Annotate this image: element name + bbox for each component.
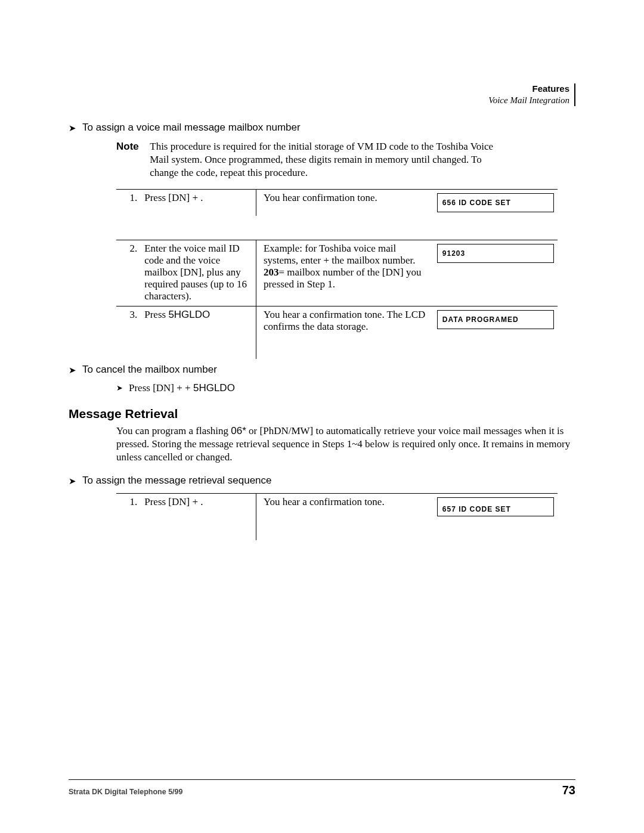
procedure-heading-assign-mailbox: ➤ To assign a voice mail message mailbox… (69, 122, 575, 134)
page-header: Features Voice Mail Integration (488, 83, 575, 106)
step-description: You hear a confirmation tone. The LCD co… (256, 306, 433, 336)
step-description: You hear a confirmation tone. (256, 493, 433, 520)
section-heading-message-retrieval: Message Retrieval (69, 407, 575, 421)
procedure-heading-assign-retrieval: ➤ To assign the message retrieval sequen… (69, 475, 575, 487)
header-subtitle: Voice Mail Integration (488, 95, 569, 106)
page-footer: Strata DK Digital Telephone 5/99 73 (69, 779, 575, 797)
step-instruction: Press [DN] + . (141, 493, 256, 520)
table-row: 1. Press [DN] + . You hear a confirmatio… (116, 493, 558, 520)
step-number: 1. (116, 493, 141, 520)
table-row: 2. Enter the voice mail ID code and the … (116, 240, 558, 306)
arrow-icon: ➤ (69, 122, 76, 134)
document-page: Features Voice Mail Integration ➤ To ass… (0, 0, 644, 833)
procedure-title: To assign a voice mail message mailbox n… (82, 122, 301, 134)
step-description: You hear confirmation tone. (256, 189, 433, 216)
page-number: 73 (562, 784, 575, 797)
step-description: Example: for Toshiba voice mail systems,… (256, 240, 433, 306)
header-features: Features (488, 83, 569, 95)
lcd-cell: DATA PROGRAMED (434, 306, 558, 336)
triangle-icon: ➤ (116, 382, 123, 395)
procedure-heading-cancel-mailbox: ➤ To cancel the mailbox number (69, 364, 575, 376)
steps-table-1: 1. Press [DN] + . You hear confirmation … (116, 189, 558, 359)
procedure-title: To cancel the mailbox number (82, 364, 217, 376)
table-row: 1. Press [DN] + . You hear confirmation … (116, 189, 558, 216)
step-number: 2. (116, 240, 141, 306)
note-label: Note (116, 140, 147, 153)
lcd-display: 91203 (437, 244, 554, 263)
table-row: 3. Press 5HGLDO You hear a confirmation … (116, 306, 558, 336)
footer-left: Strata DK Digital Telephone 5/99 (69, 788, 182, 796)
arrow-icon: ➤ (69, 364, 76, 376)
sub-step-text: Press [DN] + + 5HGLDO (129, 382, 235, 394)
note-block: Note This procedure is required for the … (116, 140, 575, 179)
lcd-display: DATA PROGRAMED (437, 310, 554, 329)
lcd-cell: 657 ID CODE SET (434, 493, 558, 520)
lcd-display: 656 ID CODE SET (437, 193, 554, 212)
step-number: 1. (116, 189, 141, 216)
section-paragraph: You can program a flashing 06* or [PhDN/… (116, 425, 575, 464)
step-number: 3. (116, 306, 141, 336)
step-instruction: Enter the voice mail ID code and the voi… (141, 240, 256, 306)
lcd-cell: 91203 (434, 240, 558, 306)
steps-table-2: 1. Press [DN] + . You hear a confirmatio… (116, 493, 558, 540)
step-instruction: Press 5HGLDO (141, 306, 256, 336)
step-instruction: Press [DN] + . (141, 189, 256, 216)
arrow-icon: ➤ (69, 475, 76, 487)
lcd-display: 657 ID CODE SET (437, 497, 554, 516)
procedure-title: To assign the message retrieval sequence (82, 475, 272, 487)
lcd-cell: 656 ID CODE SET (434, 189, 558, 216)
sub-step: ➤ Press [DN] + + 5HGLDO (116, 382, 575, 395)
note-text: This procedure is required for the initi… (150, 140, 501, 179)
